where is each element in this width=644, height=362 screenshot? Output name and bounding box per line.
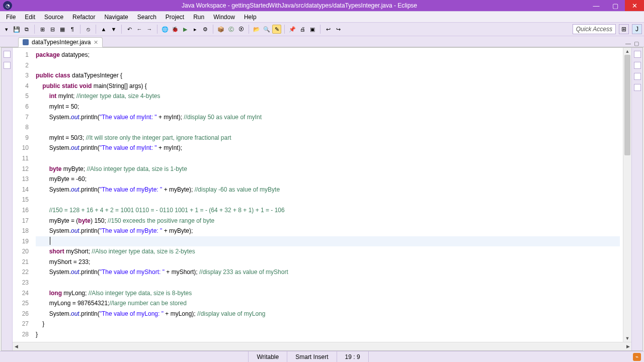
toolbar: ▾ 💾 ⧉ ⊞ ⊟ ▦ ¶ ⦸ ▲ ▼ ↶ ← → 🌐 🐞 ▶ ▸ ⚙ 📦 Ⓒ … bbox=[0, 22, 644, 36]
maximize-button[interactable]: ▢ bbox=[606, 0, 625, 11]
left-gutter bbox=[2, 48, 13, 350]
app-icon: ◔ bbox=[3, 1, 12, 10]
quick-access[interactable]: Quick Access bbox=[573, 24, 616, 34]
show-whitespace-button[interactable]: ¶ bbox=[68, 25, 77, 34]
save-all-button[interactable]: ⧉ bbox=[22, 25, 31, 34]
main-area: 1234567891011121314151617181920212223242… bbox=[1, 47, 643, 351]
toggle-breadcrumb-button[interactable]: ⊞ bbox=[38, 25, 47, 34]
toggle-mark-button[interactable]: ⊟ bbox=[48, 25, 57, 34]
menu-search[interactable]: Search bbox=[133, 13, 160, 22]
save-button[interactable]: 💾 bbox=[12, 25, 21, 34]
menu-refactor[interactable]: Refactor bbox=[68, 13, 99, 22]
window-controls: — ▢ ✕ bbox=[587, 0, 644, 11]
status-cursor-pos: 19 : 9 bbox=[337, 351, 368, 362]
outline2-icon[interactable] bbox=[634, 84, 641, 91]
tab-label: dataTypesInteger.java bbox=[32, 39, 91, 46]
menu-project[interactable]: Project bbox=[162, 13, 188, 22]
editor-wrap: 1234567891011121314151617181920212223242… bbox=[13, 48, 631, 350]
globe-icon[interactable]: 🌐 bbox=[160, 25, 170, 34]
print-button[interactable]: 🖨 bbox=[298, 25, 307, 34]
menu-navigate[interactable]: Navigate bbox=[100, 13, 132, 22]
status-writable: Writable bbox=[248, 351, 287, 362]
maximize-view-icon[interactable]: ▢ bbox=[634, 40, 639, 47]
code-area[interactable]: package datatypes;public class dataTypes… bbox=[33, 48, 623, 342]
open-task-button[interactable]: 📂 bbox=[252, 25, 261, 34]
editor[interactable]: 1234567891011121314151617181920212223242… bbox=[13, 48, 631, 342]
line-numbers: 1234567891011121314151617181920212223242… bbox=[13, 48, 33, 342]
menu-help[interactable]: Help bbox=[240, 13, 261, 22]
menu-file[interactable]: File bbox=[2, 13, 20, 22]
restore-left-icon[interactable] bbox=[4, 51, 11, 58]
vertical-scrollbar[interactable]: ▲ ▼ bbox=[623, 48, 631, 342]
scroll-thumb[interactable] bbox=[624, 55, 630, 155]
skip-breakpoints-button[interactable]: ⦸ bbox=[84, 25, 93, 34]
package-explorer-icon[interactable] bbox=[4, 62, 11, 69]
new-class-button[interactable]: Ⓒ bbox=[226, 25, 235, 34]
menubar: FileEditSourceRefactorNavigateSearchProj… bbox=[0, 11, 644, 22]
forward-button[interactable]: → bbox=[145, 25, 154, 34]
menu-window[interactable]: Window bbox=[209, 13, 239, 22]
window-title: Java Workspace - gettingStartedWithJava/… bbox=[12, 2, 587, 9]
scroll-up-icon[interactable]: ▲ bbox=[623, 48, 631, 55]
titlebar: ◔ Java Workspace - gettingStartedWithJav… bbox=[0, 0, 644, 11]
editor-tab[interactable]: dataTypesInteger.java ✕ bbox=[18, 37, 103, 47]
rss-icon[interactable]: ⌁ bbox=[633, 353, 641, 361]
scroll-down-icon[interactable]: ▼ bbox=[623, 335, 631, 342]
pin-editor-button[interactable]: 📌 bbox=[288, 25, 297, 34]
next-annotation-button[interactable]: ▼ bbox=[109, 25, 118, 34]
menu-edit[interactable]: Edit bbox=[21, 13, 39, 22]
open-type-button[interactable]: ⦿ bbox=[236, 25, 246, 34]
minimize-button[interactable]: — bbox=[587, 0, 606, 11]
menu-run[interactable]: Run bbox=[189, 13, 208, 22]
previous-annotation-button[interactable]: ▲ bbox=[99, 25, 108, 34]
status-insert-mode: Smart Insert bbox=[287, 351, 336, 362]
debug-button[interactable]: 🐞 bbox=[171, 25, 180, 34]
build-button[interactable]: ▣ bbox=[308, 25, 317, 34]
task-list-icon[interactable] bbox=[634, 62, 641, 69]
restore-right-icon[interactable] bbox=[634, 51, 641, 58]
back-button[interactable]: ← bbox=[135, 25, 144, 34]
scroll-left-icon[interactable]: ◀ bbox=[13, 344, 20, 349]
close-button[interactable]: ✕ bbox=[625, 0, 644, 11]
external-tools-button[interactable]: ⚙ bbox=[201, 25, 210, 34]
editor-tabrow: dataTypesInteger.java ✕ — ▢ bbox=[0, 36, 644, 47]
right-gutter bbox=[631, 48, 642, 350]
new-button[interactable]: ▾ bbox=[2, 25, 11, 34]
toggle-highlight-button[interactable]: ✎ bbox=[272, 25, 281, 34]
open-perspective-button[interactable]: ⊞ bbox=[619, 24, 629, 34]
java-file-icon bbox=[23, 39, 29, 45]
search-button[interactable]: 🔍 bbox=[262, 25, 271, 34]
menu-source[interactable]: Source bbox=[40, 13, 67, 22]
run-last-button[interactable]: ▸ bbox=[191, 25, 200, 34]
horizontal-scrollbar[interactable]: ◀ ▶ bbox=[13, 342, 631, 350]
new-package-button[interactable]: 📦 bbox=[216, 25, 225, 34]
outline-icon[interactable] bbox=[634, 73, 641, 80]
statusbar: Writable Smart Insert 19 : 9 ⌁ bbox=[0, 351, 644, 362]
block-select-button[interactable]: ▦ bbox=[58, 25, 67, 34]
tab-close-icon[interactable]: ✕ bbox=[94, 39, 98, 46]
undo-button[interactable]: ↩ bbox=[324, 25, 333, 34]
run-button[interactable]: ▶ bbox=[181, 25, 190, 34]
redo-button[interactable]: ↪ bbox=[334, 25, 343, 34]
scroll-right-icon[interactable]: ▶ bbox=[624, 344, 631, 349]
java-perspective-button[interactable]: J bbox=[632, 24, 642, 34]
minimize-view-icon[interactable]: — bbox=[625, 40, 631, 47]
last-edit-button[interactable]: ↶ bbox=[125, 25, 134, 34]
